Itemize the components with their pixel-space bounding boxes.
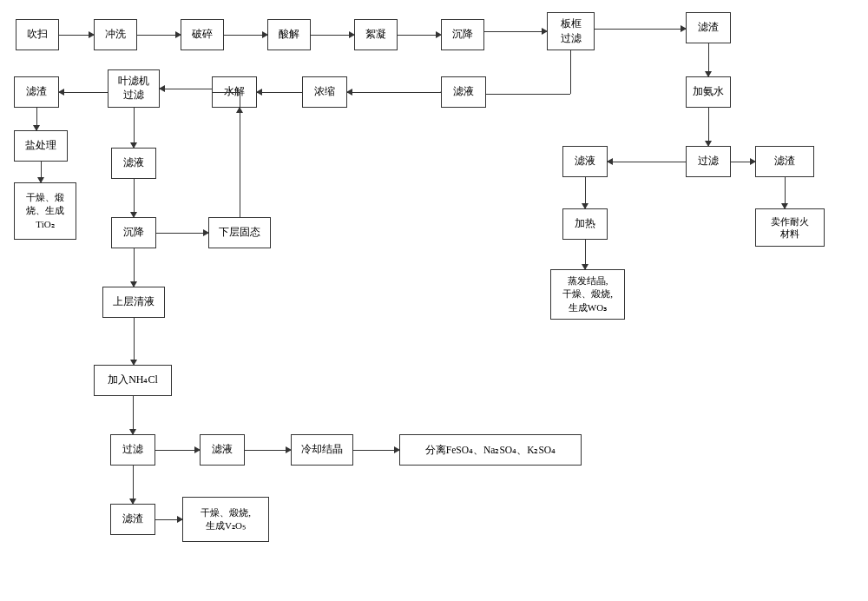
box-jiare: 加热 [562, 208, 608, 240]
arrow-yelvji-lüzha3 [59, 92, 108, 93]
arrow-lüye3-chenjiang2 [134, 179, 135, 217]
box-posui: 破碎 [181, 19, 224, 50]
arrow-pojie-ningjiao [311, 35, 354, 36]
arrow-lüzha1-jiajias [708, 43, 709, 76]
flow-diagram: 吹扫 冲洗 破碎 酸解 絮凝 沉降 板框过滤 滤渣 加氨水 过滤 滤液 滤渣 加… [0, 0, 868, 601]
arrow-yelvji-lüye3 [134, 108, 135, 148]
box-jiajias: 加氨水 [686, 76, 731, 108]
box-chenjiang: 沉降 [441, 19, 484, 50]
box-nongsu: 浓缩 [302, 76, 347, 108]
arrow-posui-pojie [224, 35, 267, 36]
arrow-lüzha2-zuonaihuo [785, 177, 786, 208]
arrow-lüye1-jiare [585, 177, 586, 208]
box-lüzha4: 滤渣 [110, 504, 155, 535]
box-chongxi: 冲洗 [94, 19, 137, 50]
box-lüzha2: 滤渣 [755, 146, 814, 177]
arrow-yanchuli-ganzao [41, 162, 42, 182]
box-ganzao: 干燥、煅烧、生成TiO₂ [14, 182, 76, 240]
arrow-guolv1-lüzha2 [731, 162, 755, 162]
box-yanchuli: 盐处理 [14, 130, 68, 162]
arrow-shangjing-jianh4cl [134, 318, 135, 365]
arrow-lüzha4-ganzao2 [155, 519, 182, 520]
arrow-xiajugutai-shuijie [240, 108, 240, 217]
arrow-jiajias-guolv1 [708, 108, 709, 146]
arrow-ningjiao-chenjiang [398, 35, 441, 36]
arrow-jiare-zhengfa [585, 240, 586, 269]
box-pojie: 酸解 [267, 19, 311, 50]
box-bankuang: 板框过滤 [547, 12, 595, 50]
box-fenli: 分离FeSO₄、Na₂SO₄、K₂SO₄ [399, 434, 582, 466]
line-bankuang-down [570, 50, 571, 94]
box-yelvji: 叶滤机过滤 [108, 69, 160, 108]
box-xiajugutai: 下层固态 [208, 217, 271, 248]
arrow-chenjiang2-xiajugutai [156, 233, 208, 234]
arrow-chenjiang-bankuang [484, 31, 547, 32]
box-chuisao: 吹扫 [16, 19, 59, 50]
arrow-lüye2-nongsu [347, 92, 441, 93]
arrow-guolv2-lüzha4 [133, 466, 134, 504]
box-lüye4: 滤液 [200, 434, 245, 466]
box-zhengfa: 蒸发结晶,干燥、煅烧,生成WO₃ [550, 269, 625, 320]
box-lüye2: 滤液 [441, 76, 486, 108]
box-ningjiao: 絮凝 [354, 19, 398, 50]
arrow-chongxi-posui [137, 35, 181, 36]
arrow-chenjiang2-shangjing [134, 248, 135, 287]
box-jianh4cl: 加入NH₄Cl [94, 365, 172, 396]
arrow-lüye4-lengque [245, 450, 291, 451]
box-guolv2: 过滤 [110, 434, 155, 466]
box-lüzha3: 滤渣 [14, 76, 59, 108]
arrow-guolv1-lüye1 [608, 162, 686, 162]
box-guolv1: 过滤 [686, 146, 731, 177]
arrow-bankuang-lüzha1 [595, 29, 686, 30]
box-lengque: 冷却结晶 [291, 434, 353, 466]
line-xiajugutai-to-shuijie [212, 92, 240, 93]
arrow-lengque-fenli [353, 450, 399, 451]
arrow-shuijie-yelvji [160, 89, 212, 89]
arrow-chuisao-chongxi [59, 35, 94, 36]
arrow-jianh4cl-guolv2 [133, 396, 134, 434]
arrow-nongsu-shuijie [257, 92, 302, 93]
arrow-guolv2-lüye4 [155, 450, 200, 451]
line-bankuang-to-lüye2 [486, 94, 570, 95]
arrow-lüzha3-yanchuli [36, 108, 37, 130]
box-chenjiang2: 沉降 [111, 217, 156, 248]
box-zuonaihuo: 卖作耐火材料 [755, 208, 825, 247]
box-lüye1: 滤液 [562, 146, 608, 177]
box-shangjing: 上层清液 [102, 287, 165, 318]
box-ganzao2: 干燥、煅烧,生成V₂O₅ [182, 497, 269, 542]
box-lüzha1: 滤渣 [686, 12, 731, 43]
box-lüye3: 滤液 [111, 148, 156, 179]
